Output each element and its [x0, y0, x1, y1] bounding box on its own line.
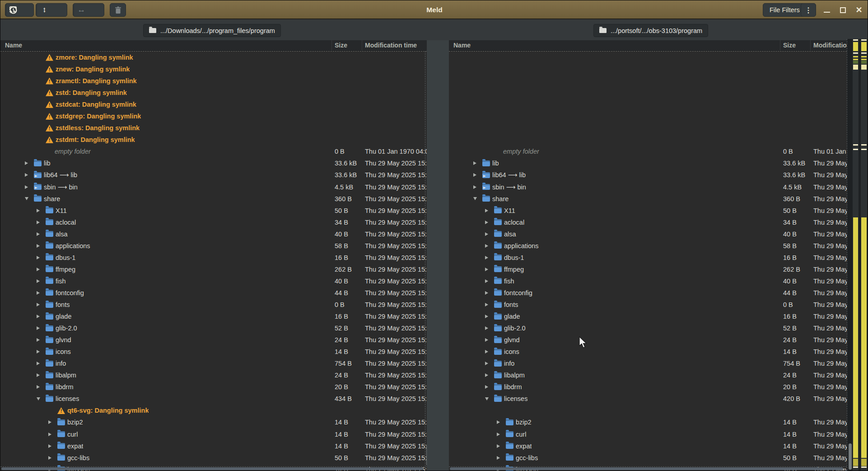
tree-row[interactable]: libdrm20 BThu 29 May 2025 15:	[0, 381, 427, 393]
tree-row[interactable]: icons14 BThu 29 May 2025 15:	[449, 346, 847, 358]
minimize-button[interactable]	[821, 4, 833, 16]
tree-row[interactable]: zstdcat: Dangling symlink	[0, 99, 427, 110]
right-hscrollbar[interactable]	[450, 467, 843, 470]
expander-icon[interactable]	[473, 185, 482, 189]
tree-row[interactable]: zramctl: Dangling symlink	[0, 75, 427, 87]
tree-row[interactable]: ffmpeg262 BThu 29 May 2025 15:	[0, 264, 427, 275]
column-mtime[interactable]: Modification time	[813, 42, 847, 49]
tree-row[interactable]: glade16 BThu 29 May 2025 15:	[449, 311, 847, 322]
tree-row[interactable]: zmore: Dangling symlink	[0, 52, 427, 63]
diff-map-left-column[interactable]	[853, 39, 859, 471]
tree-row[interactable]: empty folder0 BThu 01 Jan 1970 04:0	[449, 146, 847, 157]
tree-row[interactable]: fontconfig44 BThu 29 May 2025 15:	[0, 287, 427, 299]
expander-icon[interactable]	[37, 232, 46, 236]
menu-button[interactable]: ⋮	[801, 3, 816, 17]
expander-icon[interactable]	[25, 185, 34, 189]
tree-row[interactable]: X1150 BThu 29 May 2025 15:	[449, 205, 847, 217]
expander-icon[interactable]	[48, 456, 57, 460]
expander-icon[interactable]	[485, 303, 494, 306]
tree-row[interactable]: sbin ⟶ bin4.5 kBThu 29 May 2025 15:	[449, 181, 847, 193]
expander-icon[interactable]	[37, 256, 46, 259]
expander-icon[interactable]	[37, 397, 46, 400]
expander-icon[interactable]	[37, 362, 46, 365]
tree-row[interactable]: curl14 BThu 29 May 2025 15:	[0, 429, 427, 440]
expander-icon[interactable]	[485, 244, 494, 248]
expander-icon[interactable]	[37, 209, 46, 212]
expander-icon[interactable]	[485, 279, 494, 283]
clock-button[interactable]	[6, 4, 20, 16]
tree-row[interactable]: znew: Dangling symlink	[0, 63, 427, 75]
expander-icon[interactable]	[48, 433, 57, 436]
expander-icon[interactable]	[497, 444, 506, 448]
right-vscrollbar[interactable]	[849, 443, 852, 470]
expander-icon[interactable]	[497, 420, 506, 424]
tree-row[interactable]: glib-2.052 BThu 29 May 2025 15:	[449, 322, 847, 334]
expander-icon[interactable]	[48, 444, 57, 448]
expander-icon[interactable]	[473, 161, 482, 165]
tree-row[interactable]: applications58 BThu 29 May 2025 15:	[449, 240, 847, 252]
tree-row[interactable]: qt6-svg: Dangling symlink	[0, 405, 427, 416]
expander-icon[interactable]	[485, 268, 494, 271]
expander-icon[interactable]	[485, 221, 494, 224]
tree-row[interactable]: zstdless: Dangling symlink	[0, 122, 427, 134]
expander-icon[interactable]	[37, 350, 46, 353]
right-path-button[interactable]: .../portsoft/.../obs-3103/program	[593, 24, 708, 37]
left-path-button[interactable]: .../Downloads/.../program_files/program	[143, 24, 281, 37]
tree-row[interactable]: glvnd24 BThu 29 May 2025 15:	[0, 334, 427, 346]
expander-icon[interactable]	[37, 338, 46, 342]
tree-row[interactable]: zstdmt: Dangling symlink	[0, 134, 427, 146]
tree-row[interactable]: libdrm20 BThu 29 May 2025 15:	[449, 381, 847, 393]
tree-row[interactable]: sbin ⟶ bin4.5 kBThu 29 May 2025 15:	[0, 181, 427, 193]
column-name[interactable]: Name	[5, 42, 22, 49]
expander-icon[interactable]	[37, 326, 46, 330]
tree-row[interactable]: aclocal34 BThu 29 May 2025 15:	[449, 217, 847, 228]
expander-icon[interactable]	[37, 303, 46, 306]
column-size[interactable]: Size	[783, 42, 796, 49]
tree-row[interactable]: curl14 BThu 29 May 2025 15:	[449, 429, 847, 440]
expander-icon[interactable]	[485, 397, 494, 400]
expander-icon[interactable]	[37, 244, 46, 248]
expander-icon[interactable]	[37, 385, 46, 389]
column-mtime[interactable]: Modification time	[365, 42, 417, 49]
tree-row[interactable]: expat14 BThu 29 May 2025 15:	[0, 440, 427, 452]
expander-icon[interactable]	[485, 291, 494, 295]
tree-row[interactable]: fish40 BThu 29 May 2025 15:	[449, 275, 847, 287]
tree-row[interactable]: alsa40 BThu 29 May 2025 15:	[449, 228, 847, 240]
tree-row[interactable]: glade16 BThu 29 May 2025 15:	[0, 311, 427, 322]
expander-icon[interactable]	[485, 256, 494, 259]
tree-row[interactable]: zstdgrep: Dangling symlink	[0, 110, 427, 122]
tree-row[interactable]: dbus-116 BThu 29 May 2025 15:	[0, 252, 427, 264]
tree-row[interactable]: licenses420 BThu 29 May 2025 15:	[449, 393, 847, 405]
expander-icon[interactable]	[37, 373, 46, 377]
expander-icon[interactable]	[485, 315, 494, 318]
tree-row[interactable]: share360 BThu 29 May 2025 15:	[449, 193, 847, 205]
tree-row[interactable]: zstd: Dangling symlink	[0, 87, 427, 99]
tree-row[interactable]: bzip214 BThu 29 May 2025 15:	[0, 416, 427, 428]
tree-row[interactable]: fonts0 BThu 29 May 2025 15:	[449, 299, 847, 311]
tree-row[interactable]: lib64 ⟶ lib33.6 kBThu 29 May 2025 15:	[449, 169, 847, 181]
tree-row[interactable]: libalpm24 BThu 29 May 2025 15:	[449, 369, 847, 381]
expander-icon[interactable]	[37, 279, 46, 283]
tree-row[interactable]: gcc-libs50 BThu 29 May 2025 15:	[0, 452, 427, 464]
next-difference-button[interactable]: ↓	[37, 4, 52, 16]
expander-icon[interactable]	[37, 221, 46, 224]
tree-row[interactable]: empty folder0 BThu 01 Jan 1970 04:0	[0, 146, 427, 157]
expander-icon[interactable]	[485, 350, 494, 353]
tree-row[interactable]: info754 BThu 29 May 2025 15:	[449, 358, 847, 369]
tree-row[interactable]: info754 BThu 29 May 2025 15:	[0, 358, 427, 369]
copy-right-button[interactable]: →	[74, 4, 89, 16]
expander-icon[interactable]	[485, 373, 494, 377]
column-size[interactable]: Size	[335, 42, 347, 49]
left-hscrollbar[interactable]	[1, 467, 423, 470]
tree-row[interactable]: alsa40 BThu 29 May 2025 15:	[0, 228, 427, 240]
tree-row[interactable]: licenses434 BThu 29 May 2025 15:	[0, 393, 427, 405]
tree-row[interactable]: ffmpeg262 BThu 29 May 2025 15:	[449, 264, 847, 275]
tree-row[interactable]: lib64 ⟶ lib33.6 kBThu 29 May 2025 15:	[0, 169, 427, 181]
expander-icon[interactable]	[25, 173, 34, 177]
tree-row[interactable]: fish40 BThu 29 May 2025 15:	[0, 275, 427, 287]
expander-icon[interactable]	[25, 197, 34, 200]
tree-row[interactable]: expat14 BThu 29 May 2025 15:	[449, 440, 847, 452]
expander-icon[interactable]	[473, 173, 482, 177]
expander-icon[interactable]	[485, 338, 494, 342]
expander-icon[interactable]	[48, 420, 57, 424]
